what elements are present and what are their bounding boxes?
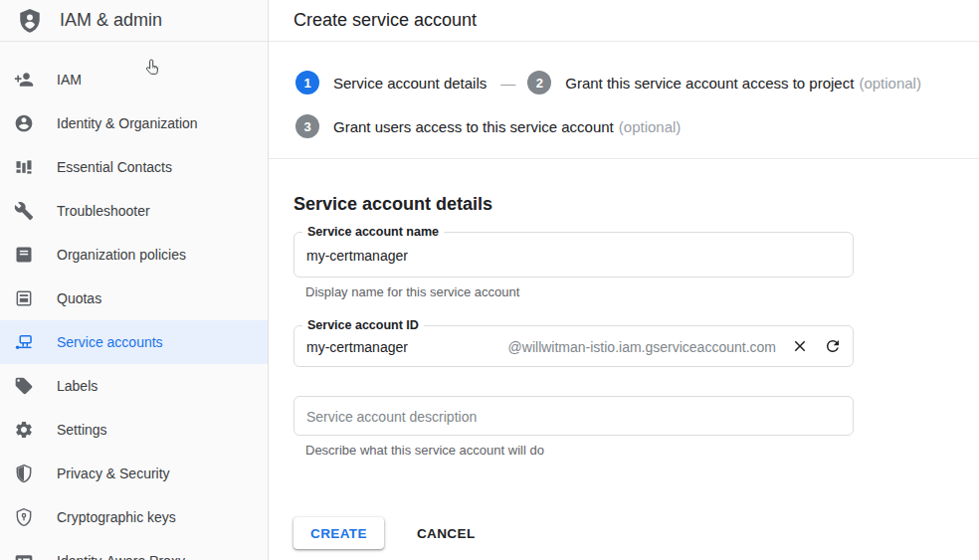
sidebar-item-label: Labels [57,378,98,394]
section-title: Service account details [294,194,979,215]
sidebar-item-identity-aware-proxy[interactable]: Identity-Aware Proxy [0,539,268,560]
sidebar-item-label: IAM [57,72,82,88]
sidebar: IAM & admin IAM Identity & Organization [0,0,269,560]
sidebar-item-label: Settings [57,422,107,438]
sidebar-item-cryptographic-keys[interactable]: Cryptographic keys [0,495,268,539]
form-actions: CREATE CANCEL [294,517,979,549]
sidebar-item-troubleshooter[interactable]: Troubleshooter [0,189,268,233]
sidebar-item-label: Identity-Aware Proxy [57,553,185,560]
sidebar-item-labels[interactable]: Labels [0,364,268,408]
step-3-optional: (optional) [619,118,682,135]
gear-icon [14,420,34,440]
label-tag-icon [14,376,34,396]
description-helper-text: Describe what this service account will … [305,443,979,458]
sidebar-item-service-accounts[interactable]: Service accounts [0,320,268,364]
shield-half-icon [14,464,34,483]
stepper-row-2: 3 Grant users access to this service acc… [295,114,963,138]
name-helper-text: Display name for this service account [305,284,979,299]
person-add-icon [14,70,34,90]
step-2-circle: 2 [527,71,551,94]
sidebar-title: IAM & admin [60,10,162,31]
step-3-label: Grant users access to this service accou… [333,118,681,135]
step-connector: — [500,75,515,92]
sidebar-item-label: Quotas [57,290,101,306]
sidebar-item-label: Organization policies [57,247,186,263]
stepper-row-1: 1 Service account details — 2 Grant this… [295,71,963,94]
shield-keyhole-icon [14,507,34,527]
create-button[interactable]: CREATE [294,517,384,549]
stepper: 1 Service account details — 2 Grant this… [269,42,979,159]
cancel-button[interactable]: CANCEL [409,517,484,549]
sidebar-item-label: Identity & Organization [57,115,198,131]
contacts-blocks-icon [14,157,34,177]
service-account-name-label: Service account name [302,225,444,240]
shield-person-icon [17,8,43,34]
sidebar-header: IAM & admin [0,0,268,42]
service-account-description-input[interactable] [294,397,853,435]
page-header: Create service account [269,0,979,42]
id-domain-suffix: @willwitman-istio.iam.gserviceaccount.co… [508,337,776,355]
clear-x-icon[interactable] [791,337,809,355]
iam-admin-console: IAM & admin IAM Identity & Organization [0,0,979,560]
sidebar-item-iam[interactable]: IAM [0,58,268,101]
proxy-card-icon [14,551,34,560]
sidebar-nav: IAM Identity & Organization Essential Co… [0,42,268,560]
main-content: Create service account 1 Service account… [269,0,979,560]
quotas-box-icon [14,288,34,308]
sidebar-item-label: Service accounts [57,334,163,350]
service-account-id-label: Service account ID [302,318,424,333]
service-account-key-icon [14,332,34,352]
step-1-label: Service account details [333,75,487,92]
sidebar-item-label: Cryptographic keys [57,509,176,525]
step-2-label: Grant this service account access to pro… [565,75,921,92]
sidebar-item-settings[interactable]: Settings [0,408,268,452]
service-account-description-field [294,396,854,436]
sidebar-item-quotas[interactable]: Quotas [0,277,268,320]
sidebar-item-label: Troubleshooter [57,203,150,219]
sidebar-item-label: Essential Contacts [57,159,172,175]
step-2-optional: (optional) [859,75,921,92]
form-section: Service account details Service account … [269,159,979,549]
account-circle-icon [14,113,34,133]
page-title: Create service account [294,10,477,31]
policy-document-icon [14,245,34,265]
service-account-name-field: Service account name [294,232,854,278]
step-1-circle: 1 [295,71,319,94]
sidebar-item-essential-contacts[interactable]: Essential Contacts [0,145,268,189]
service-account-id-field: Service account ID @willwitman-istio.iam… [294,325,854,367]
sidebar-item-privacy-security[interactable]: Privacy & Security [0,452,268,495]
refresh-icon[interactable] [824,337,842,355]
step-3-circle: 3 [295,114,319,138]
wrench-icon [14,201,34,221]
sidebar-item-identity-organization[interactable]: Identity & Organization [0,101,268,145]
sidebar-item-label: Privacy & Security [57,466,170,481]
sidebar-item-organization-policies[interactable]: Organization policies [0,233,268,277]
